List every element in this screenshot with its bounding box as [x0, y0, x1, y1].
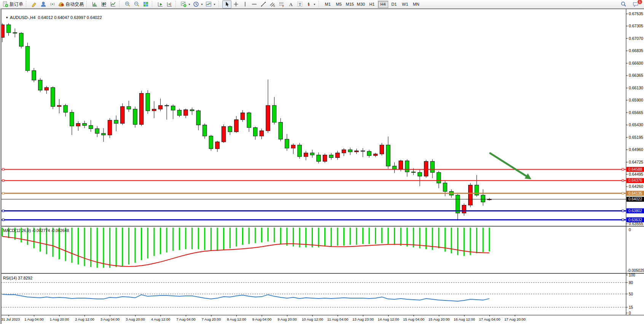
arrows-button[interactable]: ▼ — [304, 0, 317, 8]
candle-body[interactable] — [152, 109, 156, 111]
line-anchor[interactable] — [622, 219, 624, 221]
line-anchor[interactable] — [2, 192, 4, 194]
candle-body[interactable] — [146, 93, 150, 111]
candle-body[interactable] — [392, 166, 396, 169]
candle-body[interactable] — [234, 120, 238, 132]
vertical-line-button[interactable] — [241, 0, 250, 8]
templates-button[interactable]: ▼ — [204, 0, 217, 8]
candle-body[interactable] — [348, 150, 352, 152]
candle-body[interactable] — [190, 110, 194, 111]
timeframe-h4-button[interactable]: H4 — [378, 1, 388, 8]
candle-body[interactable] — [158, 105, 162, 109]
candle-body[interactable] — [443, 183, 447, 191]
candle-body[interactable] — [399, 161, 403, 169]
candle-body[interactable] — [323, 155, 327, 162]
candle-body[interactable] — [272, 105, 276, 122]
candle-body[interactable] — [108, 120, 112, 135]
candle-body[interactable] — [222, 127, 226, 142]
candle-body[interactable] — [19, 33, 23, 46]
candle-body[interactable] — [291, 145, 295, 148]
chart-shift-button[interactable] — [165, 0, 174, 8]
candle-body[interactable] — [83, 123, 86, 125]
timeframe-m15-button[interactable]: M15 — [345, 1, 355, 8]
periods-button[interactable]: ▼ — [192, 0, 204, 8]
line-anchor[interactable] — [2, 168, 4, 170]
candle-body[interactable] — [310, 153, 314, 155]
arrow-object[interactable] — [490, 153, 531, 179]
styler-button[interactable] — [30, 0, 39, 8]
candle-body[interactable] — [367, 151, 371, 156]
cursor-button[interactable] — [222, 0, 231, 8]
candle-body[interactable] — [405, 161, 409, 172]
candle-body[interactable] — [355, 151, 359, 152]
signals-button[interactable] — [48, 0, 57, 8]
candle-body[interactable] — [342, 150, 346, 153]
candle-body[interactable] — [411, 172, 415, 172]
candle-body[interactable] — [209, 136, 213, 149]
candle-body[interactable] — [89, 125, 92, 129]
candle-body[interactable] — [304, 153, 308, 157]
candle-body[interactable] — [171, 106, 175, 110]
horizontal-line-button[interactable] — [250, 0, 259, 8]
new-chart-button[interactable]: ▼ — [179, 0, 192, 8]
candle-body[interactable] — [247, 113, 251, 128]
timeframe-mn-button[interactable]: MN — [411, 1, 421, 8]
candle-body[interactable] — [469, 185, 472, 205]
candle-body[interactable] — [437, 172, 441, 183]
zoom-in-button[interactable] — [123, 0, 132, 8]
candle-body[interactable] — [139, 93, 143, 124]
timeframe-m1-button[interactable]: M1 — [323, 1, 333, 8]
candle-body[interactable] — [380, 145, 384, 154]
bar-chart-mode-button[interactable] — [90, 0, 99, 8]
candle-body[interactable] — [253, 128, 257, 136]
candle-body[interactable] — [373, 154, 377, 156]
candle-body[interactable] — [133, 109, 137, 124]
candle-body[interactable] — [114, 120, 118, 123]
timeframe-m5-button[interactable]: M5 — [334, 1, 344, 8]
candle-body[interactable] — [279, 122, 282, 139]
line-anchor[interactable] — [622, 168, 624, 170]
time-axis[interactable]: 31 Jul 20231 Aug 04:001 Aug 20:002 Aug 1… — [1, 315, 526, 321]
timeframe-h1-button[interactable]: H1 — [367, 1, 377, 8]
timeframe-d1-button[interactable]: D1 — [389, 1, 399, 8]
candle-body[interactable] — [32, 71, 36, 80]
down-right-arrow-icon[interactable] — [490, 153, 528, 177]
candle-body[interactable] — [228, 127, 232, 132]
panel-separator[interactable] — [0, 226, 644, 227]
candle-body[interactable] — [38, 80, 42, 90]
auto-scroll-button[interactable] — [156, 0, 165, 8]
search-button[interactable] — [619, 0, 628, 8]
rsi-panel[interactable] — [1, 283, 626, 307]
candle-body[interactable] — [203, 125, 207, 136]
auto-trading-button[interactable]: 自动交易 — [57, 0, 85, 8]
candle-body[interactable] — [95, 129, 99, 133]
candle-body[interactable] — [241, 113, 244, 120]
zoom-out-button[interactable] — [132, 0, 141, 8]
notifications-button[interactable]: 1 — [631, 0, 640, 8]
candle-body[interactable] — [424, 161, 428, 176]
chart-canvas[interactable]: 0.675350.673050.670700.668350.666000.663… — [0, 9, 644, 324]
chevron-down-icon[interactable]: ▼ — [5, 16, 8, 19]
text-button[interactable]: A — [286, 0, 295, 8]
candle-body[interactable] — [336, 153, 340, 157]
candle-body[interactable] — [6, 25, 10, 33]
timeframe-m30-button[interactable]: M30 — [356, 1, 366, 8]
trendline-button[interactable] — [259, 0, 268, 8]
candle-body[interactable] — [329, 155, 333, 158]
candle-body[interactable] — [45, 87, 48, 90]
candle-body[interactable] — [361, 151, 365, 151]
line-anchor[interactable] — [622, 210, 624, 212]
candle-body[interactable] — [285, 139, 289, 148]
candle-body[interactable] — [57, 105, 61, 106]
candle-body[interactable] — [196, 111, 200, 125]
timeframe-w1-button[interactable]: W1 — [400, 1, 410, 8]
candle-body[interactable] — [64, 105, 67, 112]
profile-button[interactable] — [39, 0, 48, 8]
candle-body[interactable] — [76, 123, 80, 126]
candle-body[interactable] — [386, 145, 390, 166]
line-chart-mode-button[interactable] — [108, 0, 118, 8]
line-anchor[interactable] — [2, 219, 4, 221]
candle-body[interactable] — [418, 172, 422, 176]
macd-panel[interactable] — [2, 228, 489, 268]
new-order-button[interactable]: 新订单 — [1, 0, 24, 8]
